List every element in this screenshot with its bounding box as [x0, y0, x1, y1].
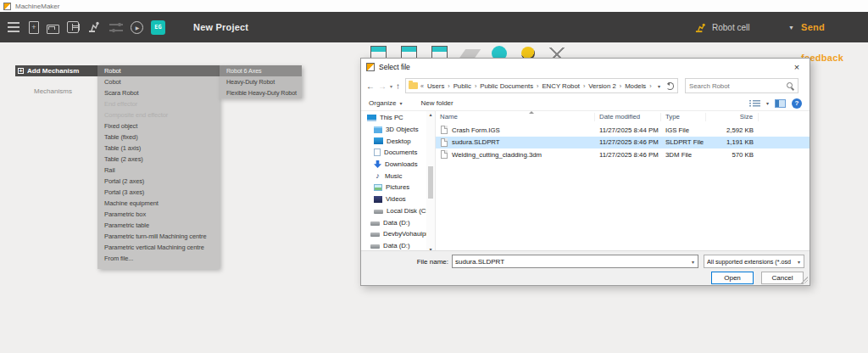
submenu-item-heavy-duty-robot[interactable]: Heavy-Duty Robot — [220, 76, 302, 87]
new-project-icon[interactable] — [29, 21, 39, 34]
mechanism-item-parametric-vertical-machining-centre[interactable]: Parametric vertical Machining centre — [97, 242, 220, 253]
chevron-down-icon[interactable]: ▼ — [788, 25, 801, 31]
search-icon[interactable] — [785, 81, 795, 91]
open-project-folder-icon[interactable] — [47, 25, 59, 34]
sidebar-item-devbyvohauipr[interactable]: DevbyVohauipr ( — [361, 228, 426, 240]
file-name-input[interactable] — [453, 258, 688, 266]
add-mechanism-label: Add Mechanism — [27, 67, 79, 75]
mechanism-item-cobot[interactable]: Cobot — [97, 76, 220, 87]
sidebar-item-3d-objects[interactable]: 3D Objects — [361, 124, 426, 136]
sidebar-item-desktop[interactable]: Desktop — [361, 135, 426, 147]
refresh-icon[interactable] — [666, 82, 674, 90]
submenu-item-flexible-heavy-duty-robot[interactable]: Flexible Heavy-Duty Robot — [220, 87, 302, 98]
column-header-date-modified[interactable]: Date modified — [595, 113, 661, 121]
mechanism-item-robot[interactable]: Robot — [97, 65, 220, 76]
robot-cell-icon — [695, 22, 706, 33]
mechanism-item-table-fixed[interactable]: Table (fixed) — [97, 132, 220, 143]
view-dropdown-icon[interactable]: ▾ — [766, 100, 769, 106]
resize-grip[interactable] — [801, 277, 808, 283]
recent-locations-icon[interactable]: ▾ — [390, 83, 392, 89]
mechanism-item-scara-robot[interactable]: Scara Robot — [97, 87, 220, 98]
file-name-combo: ▾ — [452, 255, 698, 268]
mechanism-item-machine-equipment[interactable]: Machine equipment — [97, 198, 220, 209]
file-icon — [441, 150, 448, 159]
breadcrumb-item-version-2[interactable]: Version 2 — [588, 82, 616, 90]
help-icon[interactable] — [792, 98, 802, 109]
file-name-cell: sudura.SLDPRT — [436, 138, 595, 147]
sidebar-item-this-pc[interactable]: This PC — [361, 112, 426, 124]
column-header-size[interactable]: Size — [706, 113, 759, 121]
breadcrumb-separator: › — [649, 83, 651, 89]
sidebar-item-pictures[interactable]: Pictures — [361, 182, 426, 193]
organize-button[interactable]: Organize ▾ — [369, 99, 402, 107]
sidebar-item-data-d[interactable]: Data (D:) — [361, 216, 426, 228]
send-feedback-button[interactable]: Send feedback — [801, 12, 868, 42]
mechanism-item-parametric-table[interactable]: Parametric table — [97, 220, 220, 231]
settings-sliders-icon[interactable] — [109, 22, 123, 32]
document-icon — [374, 148, 381, 156]
breadcrumb-item-models[interactable]: Models — [625, 82, 646, 90]
robot-tools-icon[interactable] — [86, 20, 102, 35]
scroll-track[interactable] — [426, 117, 435, 246]
mechanism-item-portal-2-axes[interactable]: Portal (2 axes) — [97, 176, 220, 187]
column-header-type[interactable]: Type — [661, 113, 706, 121]
scroll-thumb[interactable] — [428, 166, 433, 199]
new-folder-button[interactable]: New folder — [420, 99, 453, 107]
open-button[interactable]: Open — [711, 272, 754, 284]
mechanism-item-table-1-axis[interactable]: Table (1 axis) — [97, 143, 220, 154]
play-simulation-icon[interactable] — [131, 21, 143, 34]
address-dropdown-icon[interactable]: ▾ — [656, 83, 662, 89]
file-row[interactable]: Welding_cutting_cladding.3dm11/27/2025 8… — [436, 148, 810, 161]
file-row[interactable]: sudura.SLDPRT11/27/2025 8:46 PMSLDPRT Fi… — [436, 137, 810, 149]
mechanism-item-from-file[interactable]: From file... — [97, 253, 220, 264]
scroll-up-icon[interactable]: ▴ — [429, 111, 431, 117]
mechanism-item-end-effector: End effector — [97, 98, 220, 109]
folder-3d-icon — [374, 126, 382, 133]
sidebar-item-documents[interactable]: Documents — [361, 147, 426, 159]
column-header-name[interactable]: Name — [436, 113, 595, 121]
mechanism-item-portal-3-axes[interactable]: Portal (3 axes) — [97, 187, 220, 198]
sidebar-item-local-disk-c[interactable]: Local Disk (C:) — [361, 205, 426, 217]
plus-icon — [18, 68, 24, 74]
mechanism-item-composite-end-effector: Composite end effector — [97, 109, 220, 120]
robot-cell-selector[interactable]: Robot cell ▼ — [695, 12, 801, 42]
mechanism-item-rail[interactable]: Rail — [97, 165, 220, 176]
file-row[interactable]: Crash Form.IGS11/27/2025 8:44 PMIGS File… — [436, 124, 810, 137]
preview-pane-icon[interactable] — [775, 99, 786, 108]
breadcrumb-item-public-documents[interactable]: Public Documents — [480, 82, 533, 90]
monitor-icon — [367, 115, 376, 121]
file-icon — [441, 126, 448, 134]
mechanism-item-fixed-object[interactable]: Fixed object — [97, 120, 220, 132]
list-view-icon[interactable] — [749, 99, 760, 107]
breadcrumb-item-public[interactable]: Public — [453, 82, 471, 90]
breadcrumb-separator: › — [583, 83, 585, 89]
sidebar-scrollbar[interactable]: ▴ ▾ — [426, 111, 435, 252]
main-toolbar: EG New Project Robot cell ▼ Send feedbac… — [0, 12, 868, 42]
file-size-cell: 570 KB — [706, 151, 759, 159]
cancel-button[interactable]: Cancel — [761, 272, 804, 284]
breadcrumb-item-ency-robot[interactable]: ENCY Robot — [542, 82, 580, 90]
mechanism-item-parametric-box[interactable]: Parametric box — [97, 209, 220, 220]
add-mechanism-button[interactable]: Add Mechanism — [15, 65, 97, 76]
eg-app-icon[interactable]: EG — [151, 20, 165, 35]
up-button[interactable]: ↑ — [396, 81, 400, 91]
close-icon[interactable]: × — [784, 59, 810, 76]
mechanism-item-table-2-axes[interactable]: Table (2 axes) — [97, 154, 220, 165]
app-logo-icon — [3, 3, 11, 10]
search-input[interactable] — [686, 82, 785, 90]
sidebar-item-label: Data (D:) — [383, 219, 410, 227]
breadcrumb-item-users[interactable]: Users — [427, 82, 444, 90]
file-name-dropdown-icon[interactable]: ▾ — [688, 259, 698, 265]
back-button[interactable]: ← — [366, 81, 375, 91]
save-icon[interactable] — [67, 21, 79, 33]
submenu-item-robot-6-axes[interactable]: Robot 6 Axes — [220, 65, 302, 76]
sidebar-item-videos[interactable]: Videos — [361, 193, 426, 205]
forward-button[interactable]: → — [378, 81, 387, 91]
sidebar-item-music[interactable]: Music — [361, 170, 426, 182]
address-bar[interactable]: «Users›Public›Public Documents›ENCY Robo… — [405, 78, 678, 93]
menu-icon[interactable] — [6, 20, 21, 35]
dialog-navigation-bar: ← → ▾ ↑ «Users›Public›Public Documents›E… — [361, 76, 810, 96]
mechanism-item-parametric-turn-mill-machining-centre[interactable]: Parametric turn-mill Machining centre — [97, 231, 220, 242]
file-type-select[interactable]: All supported extensions (*.osd ▾ — [704, 255, 804, 268]
sidebar-item-downloads[interactable]: Downloads — [361, 159, 426, 171]
